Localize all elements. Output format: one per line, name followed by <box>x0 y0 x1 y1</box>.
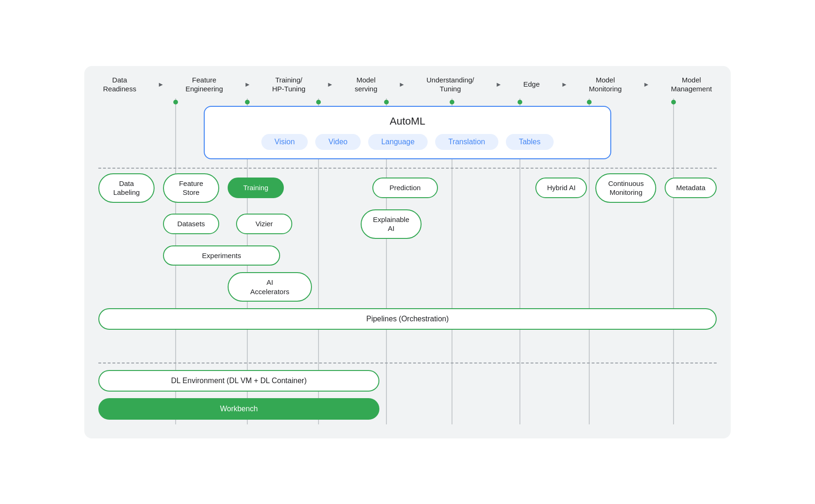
arrow-1: ► <box>157 81 164 88</box>
arrow-3: ► <box>327 81 333 88</box>
bottom-divider <box>98 363 717 363</box>
workbench-row: Workbench <box>98 398 379 420</box>
automl-title: AutoML <box>216 115 599 127</box>
pipeline-label: Training/ HP-Tuning <box>272 75 305 94</box>
automl-pill-translation[interactable]: Translation <box>435 134 498 150</box>
pipeline-step-feature-eng: Feature Engineering <box>185 75 223 94</box>
arrow-4: ► <box>399 81 405 88</box>
pipeline-step-understanding: Understanding/ Tuning <box>427 75 474 94</box>
pill-hybrid-ai[interactable]: Hybrid AI <box>535 178 587 198</box>
pipeline-step-model-mgmt: Model Management <box>671 75 712 94</box>
automl-pill-tables[interactable]: Tables <box>506 134 554 150</box>
automl-box: AutoML Vision Video Language Translation… <box>204 106 611 159</box>
pill-continuous-monitoring[interactable]: Continuous Monitoring <box>595 173 656 203</box>
arrow-6: ► <box>561 81 568 88</box>
pipeline-step-model-monitoring: Model Monitoring <box>589 75 622 94</box>
pill-datasets[interactable]: Datasets <box>163 214 219 234</box>
pipeline-label: Edge <box>523 80 540 89</box>
arrow-5: ► <box>496 81 502 88</box>
pipeline-label: Feature Engineering <box>185 75 223 94</box>
automl-pill-video[interactable]: Video <box>315 134 361 150</box>
pills-row-3: Experiments <box>163 245 717 266</box>
bottom-section: DL Environment (DL VM + DL Container) Wo… <box>98 370 717 424</box>
pill-pipelines[interactable]: Pipelines (Orchestration) <box>98 308 717 330</box>
pill-vizier[interactable]: Vizier <box>236 214 292 234</box>
pill-experiments[interactable]: Experiments <box>163 245 280 266</box>
pill-explainable-ai[interactable]: Explainable AI <box>361 209 422 239</box>
pipeline-step-edge: Edge <box>523 80 540 89</box>
pipeline-step-training: Training/ HP-Tuning <box>272 75 305 94</box>
pipeline-label: Understanding/ Tuning <box>427 75 474 94</box>
pipeline-label: Model Management <box>671 75 712 94</box>
pipeline-label: Model serving <box>355 75 377 94</box>
pill-data-labeling[interactable]: Data Labeling <box>98 173 155 203</box>
pills-row-4: AI Accelerators <box>228 272 717 302</box>
pill-metadata[interactable]: Metadata <box>665 178 717 198</box>
content-area: AutoML Vision Video Language Translation… <box>98 98 717 424</box>
pill-ai-accelerators[interactable]: AI Accelerators <box>228 272 312 302</box>
pipeline-step-data-readiness: Data Readiness <box>103 75 136 94</box>
pill-prediction[interactable]: Prediction <box>372 178 438 198</box>
automl-pill-language[interactable]: Language <box>368 134 428 150</box>
pills-area: Data Labeling Feature Store Training Pre… <box>98 173 717 361</box>
pipeline-label: Data Readiness <box>103 75 136 94</box>
pills-row-2: Datasets Vizier Explainable AI <box>98 209 717 239</box>
pill-training[interactable]: Training <box>228 178 284 198</box>
main-diagram: Data Readiness ► Feature Engineering ► T… <box>84 66 731 438</box>
pipeline-step-model-serving: Model serving <box>355 75 377 94</box>
automl-section: AutoML Vision Video Language Translation… <box>98 98 717 159</box>
dl-env-row: DL Environment (DL VM + DL Container) <box>98 370 379 392</box>
pipelines-row: Pipelines (Orchestration) <box>98 308 717 330</box>
pipeline-row: Data Readiness ► Feature Engineering ► T… <box>98 75 717 94</box>
pipeline-label: Model Monitoring <box>589 75 622 94</box>
automl-pill-vision[interactable]: Vision <box>261 134 308 150</box>
pill-dl-environment[interactable]: DL Environment (DL VM + DL Container) <box>98 370 379 392</box>
arrow-2: ► <box>244 81 251 88</box>
pill-workbench[interactable]: Workbench <box>98 398 379 420</box>
top-divider <box>98 168 717 169</box>
pill-feature-store[interactable]: Feature Store <box>163 173 219 203</box>
pills-row-1: Data Labeling Feature Store Training Pre… <box>98 173 717 203</box>
automl-pills: Vision Video Language Translation Tables <box>216 134 599 150</box>
arrow-7: ► <box>643 81 650 88</box>
